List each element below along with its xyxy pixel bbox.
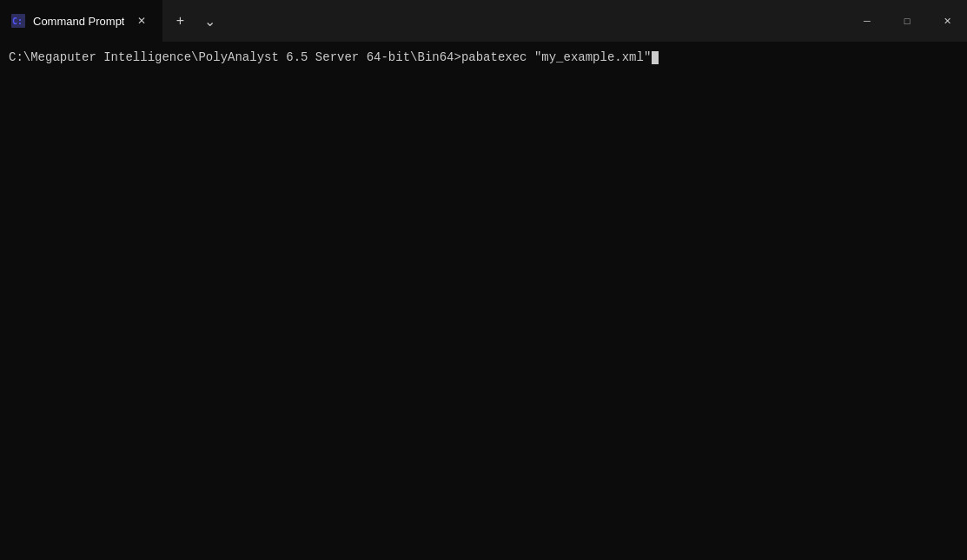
minimize-button[interactable]: ─ xyxy=(847,0,887,42)
tab-area: C: Command Prompt ✕ + ⌄ xyxy=(0,0,424,42)
active-tab[interactable]: C: Command Prompt ✕ xyxy=(0,0,162,42)
terminal-cursor xyxy=(652,51,659,64)
tab-title-label: Command Prompt xyxy=(33,15,124,28)
title-bar: C: Command Prompt ✕ + ⌄ ─ □ ✕ xyxy=(0,0,967,42)
tab-dropdown-button[interactable]: ⌄ xyxy=(195,7,223,35)
window-controls: ─ □ ✕ xyxy=(847,0,967,42)
terminal-window: C: Command Prompt ✕ + ⌄ ─ □ ✕ C:\Megaput… xyxy=(0,0,967,560)
terminal-prompt-line: C:\Megaputer Intelligence\PolyAnalyst 6.… xyxy=(9,49,958,67)
terminal-content[interactable]: C:\Megaputer Intelligence\PolyAnalyst 6.… xyxy=(0,42,967,560)
svg-text:C:: C: xyxy=(12,16,23,26)
close-button[interactable]: ✕ xyxy=(927,0,967,42)
tab-close-button[interactable]: ✕ xyxy=(131,10,152,31)
new-tab-button[interactable]: + xyxy=(166,7,194,35)
maximize-button[interactable]: □ xyxy=(887,0,927,42)
cmd-icon: C: xyxy=(10,13,26,29)
tab-action-buttons: + ⌄ xyxy=(162,0,227,42)
terminal-prompt-text: C:\Megaputer Intelligence\PolyAnalyst 6.… xyxy=(9,49,651,67)
title-bar-spacer xyxy=(424,0,848,42)
